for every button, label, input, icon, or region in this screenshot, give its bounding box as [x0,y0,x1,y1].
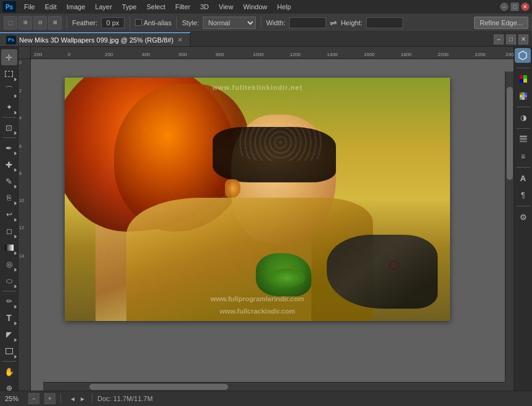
width-input[interactable] [289,17,326,28]
channels-panel-btn[interactable]: ≡ [515,148,531,164]
text-btn[interactable]: T [1,310,17,326]
svg-rect-11 [522,97,525,100]
h-scroll-thumb[interactable] [89,384,228,390]
svg-rect-12 [525,97,527,100]
ruler-h-mark-8: 1200 [290,52,301,57]
new-selection-btn[interactable]: ⬚ [4,16,17,30]
gradient-btn[interactable] [1,240,17,256]
pen-btn[interactable]: ✏ [1,293,17,309]
swap-icon[interactable]: ⇌ [330,18,337,28]
v-scroll-thumb[interactable] [507,87,513,180]
dodge-btn[interactable]: ⬭ [1,273,17,289]
v-scrollbar[interactable] [505,71,514,382]
ruler-h-mark-11: 1800 [401,52,412,57]
minimize-btn[interactable]: – [500,2,509,11]
history-brush-btn[interactable]: ↩ [1,206,17,222]
menu-select[interactable]: Select [142,2,170,12]
menu-file[interactable]: File [20,2,39,12]
frog-head [268,269,305,287]
h-scrollbar[interactable] [43,382,505,391]
menu-help[interactable]: Help [273,2,296,12]
mini-bridge-icon[interactable] [515,48,531,63]
menu-3d[interactable]: 3D [196,2,213,12]
layers-icon [519,135,528,144]
tab-close-btn[interactable]: ✕ [518,35,528,44]
eraser-btn[interactable]: ◻ [1,223,17,239]
hand-btn[interactable]: ✋ [1,363,17,380]
svg-rect-6 [525,92,527,95]
feather-input[interactable] [101,17,125,28]
dodge-icon: ⬭ [6,277,12,285]
status-bar: 25% – + ◄ ► Doc: 11.7M/11.7M [0,391,532,406]
width-label: Width: [266,19,285,26]
feather-label: Feather: [72,19,97,26]
hand-icon: ✋ [4,367,14,376]
paragraph-panel-btn[interactable]: ¶ [515,187,531,203]
zoom-btn[interactable]: ⊕ [1,380,17,391]
menu-layer[interactable]: Layer [91,2,117,12]
style-select[interactable]: Normal Fixed Ratio Fixed Size [203,17,256,29]
tab-restore-btn[interactable]: □ [506,35,516,44]
quick-select-btn[interactable]: ✦ [1,99,17,115]
next-frame-btn[interactable]: ► [78,394,87,403]
rp-sep-4 [517,167,530,168]
move-tool-btn[interactable]: ✛ [1,49,17,65]
canvas-wrapper[interactable]: 200 0 200 400 600 800 1000 1200 1400 160… [18,47,514,391]
eyedropper-btn[interactable]: ✒ [1,140,17,156]
lasso-btn[interactable]: ⌒ [1,83,17,99]
clone-stamp-btn[interactable]: ⎘ [1,190,17,206]
glove-layer [327,235,438,309]
blur-btn[interactable]: ◎ [1,256,17,272]
canvas-content[interactable]: www.fullteklinkindir.net www.fullprogram… [65,78,450,321]
document-tab[interactable]: Ps New Miks 3D Wallpapers 099.jpg @ 25% … [0,32,190,46]
menu-image[interactable]: Image [62,2,90,12]
subtract-selection-btn[interactable]: ⊟ [33,16,47,30]
zoom-icon: ⊕ [6,384,12,391]
doc-ps-icon: Ps [6,36,16,44]
spot-healing-btn[interactable]: ✚ [1,156,17,173]
menu-filter[interactable]: Filter [171,2,194,12]
menu-type[interactable]: Type [118,2,141,12]
menu-edit[interactable]: Edit [41,2,61,12]
type-panel-btn[interactable]: A [515,170,531,186]
history-brush-arrow-icon [13,218,17,222]
height-input[interactable] [366,17,403,28]
svg-rect-5 [522,92,525,95]
canvas-scroll[interactable]: www.fullteklinkindir.net www.fullprogram… [31,59,514,391]
zoom-in-status-btn[interactable]: + [44,393,55,404]
layers-panel-btn[interactable] [515,131,531,147]
close-btn[interactable]: ✕ [521,2,530,11]
path-selection-btn[interactable]: ◤ [1,327,17,343]
brush-btn[interactable]: ✎ [1,173,17,189]
prev-frame-btn[interactable]: ◄ [68,394,77,403]
svg-rect-15 [520,140,527,142]
menu-window[interactable]: Window [239,2,271,12]
color-panel-btn[interactable] [515,71,531,87]
anti-alias-checkbox[interactable]: Anti-alias [135,19,171,26]
zoom-out-status-btn[interactable]: – [28,393,39,404]
canvas-image[interactable]: www.fullteklinkindir.net www.fullprogram… [65,78,450,321]
settings-btn[interactable]: ⚙ [515,209,531,225]
adjustments-panel-btn[interactable]: ◑ [515,110,531,126]
doc-close-btn[interactable]: ✕ [176,36,184,44]
menu-view[interactable]: View [215,2,238,12]
tab-minimize-btn[interactable]: – [494,35,504,44]
eyedropper-arrow-icon [13,152,17,155]
rectangle-shape-btn[interactable] [1,343,17,359]
toolbar-sep-1 [2,117,16,118]
add-selection-btn[interactable]: ⊞ [18,16,32,30]
intersect-selection-btn[interactable]: ⊠ [48,16,62,30]
crop-btn[interactable]: ⊡ [1,120,17,136]
anti-alias-check[interactable] [135,19,142,26]
crop-icon: ⊡ [6,123,12,132]
options-separator-4 [261,17,261,29]
refine-edge-btn[interactable]: Refine Edge... [474,17,528,29]
swatches-panel-btn[interactable] [515,88,531,104]
rectangular-marquee-btn[interactable] [1,66,17,82]
toolbar-sep-3 [2,291,16,291]
earring-layer [225,179,240,198]
ruler-v-mark-5: 8 [19,171,22,176]
restore-btn[interactable]: □ [510,2,519,11]
eyedropper-icon: ✒ [6,144,12,153]
spot-healing-icon: ✚ [6,160,12,169]
